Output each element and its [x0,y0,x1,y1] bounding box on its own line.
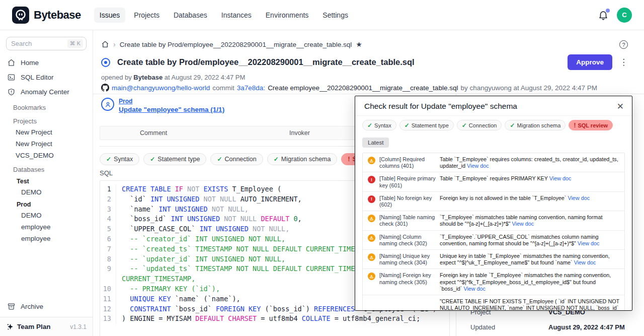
latest-button[interactable]: Latest [362,138,389,148]
issue-meta-panel: ProjectVCS_DEMOUpdatedAugust 29, 2022 4:… [470,308,625,336]
check-description: Unique key in table `T_Employee` mismatc… [440,252,619,266]
breadcrumb: › Create table by Prod/employee__2022082… [101,40,362,48]
commit-label: commit [212,84,234,92]
check-pass-icon: ✓ [217,156,222,163]
database-item-demo[interactable]: DEMO [0,186,93,198]
left-sidebar: ⌘ K HomeSQL EditorAnomaly Center Bookmar… [0,30,93,336]
search-shortcut-badge: ⌘ K [67,39,83,48]
view-doc-link[interactable]: View doc [549,175,572,181]
nav-item-databases[interactable]: Databases [168,8,213,23]
check-rule-name: [Column] Required columns (401) [379,156,436,169]
check-pill-sql-review[interactable]: !SQL review [569,120,613,130]
environment-label-prod: Prod [0,198,93,210]
notification-bell-icon[interactable] [598,10,609,21]
check-row: ⚠[Naming] Unique key naming check (304)U… [363,249,624,268]
check-rule-name: [Naming] Unique key naming check (304) [379,252,436,266]
warning-icon: ⚠ [368,234,375,242]
projects-list: New ProjectNew ProjectVCS_DEMO [0,126,93,161]
check-pass-icon: ✓ [274,156,279,163]
check-result-modal: Check result for Update "employee" schem… [355,96,632,311]
search-input[interactable] [11,40,67,47]
view-doc-link[interactable]: View doc [467,163,489,169]
check-pass-icon: ✓ [405,122,410,129]
database-item-demo[interactable]: DEMO [0,210,93,221]
home-breadcrumb-icon[interactable] [101,40,109,48]
database-item-employee[interactable]: employee [0,221,93,233]
github-icon [101,84,109,92]
commit-hash-link[interactable]: 3a7e8da: [237,84,265,92]
bookmark-star-icon[interactable]: ★ [356,40,362,48]
warning-icon: ⚠ [368,253,375,261]
check-pill-connection[interactable]: ✓Connection [457,120,502,130]
check-pill-statement-type[interactable]: ✓Statement type [143,153,206,165]
databases-heading: Databases [0,161,93,175]
check-row: "CREATE TABLE IF NOT EXISTS T_Employee (… [363,295,624,311]
main-nav: IssuesProjectsDatabasesInstancesEnvironm… [94,8,354,23]
check-pill-migration-schema[interactable]: ✓Migration schema [505,120,566,130]
nav-item-projects[interactable]: Projects [128,8,165,23]
more-actions-icon[interactable]: ⋮ [619,60,628,65]
line-number: 9 [100,264,116,284]
view-doc-link[interactable]: View doc [574,259,596,265]
search-box: ⌘ K [6,37,87,50]
project-item-new-project[interactable]: New Project [0,138,93,150]
user-avatar[interactable]: C [617,8,632,23]
bookmarks-heading: Bookmarks [0,99,93,113]
environment-label-test: Test [0,175,93,186]
check-description: `T_Employee` mismatches table naming con… [440,214,619,227]
stage-environment-link[interactable]: Prod [119,98,224,105]
sidebar-item-sql-editor[interactable]: SQL Editor [0,70,93,85]
close-icon[interactable]: ✕ [617,102,624,111]
comment-column-header: Comment [100,129,207,137]
issue-title: Create table by Prod/employee__202208290… [117,57,415,67]
check-fail-icon: ! [348,156,350,163]
project-item-new-project[interactable]: New Project [0,126,93,138]
nav-item-issues[interactable]: Issues [94,8,125,23]
check-pill-label: Connection [469,122,497,128]
meta-row: UpdatedAugust 29, 2022 4:47 PM [470,323,625,331]
check-pill-label: Migration schema [281,156,331,163]
line-number: 13 [100,314,116,324]
bytebase-logo-icon [12,7,29,24]
anomaly-center-icon [7,88,16,96]
projects-heading: Projects [0,113,93,126]
breadcrumb-title: Create table by Prod/employee__202208290… [120,41,352,48]
bytebase-logo[interactable]: Bytebase [12,7,81,24]
check-pill-syntax[interactable]: ✓Syntax [362,120,396,130]
stage-task-link[interactable]: Update "employee" schema (1/1) [119,106,224,113]
check-pill-syntax[interactable]: ✓Syntax [100,153,139,165]
view-doc-link[interactable]: View doc [463,286,486,292]
issue-opened-line: opened by Bytebase at August 29, 2022 4:… [101,74,245,81]
line-number: 5 [100,224,116,234]
nav-item-environments[interactable]: Environments [260,8,314,23]
help-icon[interactable]: ? [619,40,628,49]
view-doc-link[interactable]: View doc [512,221,534,227]
view-doc-link[interactable]: View doc [568,195,590,201]
check-pill-statement-type[interactable]: ✓Statement type [399,120,454,130]
commit-branch-link[interactable]: main@changyuwong/hello-world [112,84,210,92]
check-pill-connection[interactable]: ✓Connection [210,153,263,165]
database-item-employee[interactable]: employee [0,233,93,244]
sidebar-item-home[interactable]: Home [0,55,93,70]
project-item-vcs-demo[interactable]: VCS_DEMO [0,150,93,161]
check-description: Table `T_Employee` requires PRIMARY KEY … [440,175,619,182]
error-icon: ! [368,195,375,203]
sidebar-item-archive[interactable]: Archive [0,299,93,314]
plan-row[interactable]: Team Plan v1.3.1 [0,317,93,336]
sidebar-item-anomaly-center[interactable]: Anomaly Center [0,85,93,99]
approve-button[interactable]: Approve [568,54,612,70]
nav-item-instances[interactable]: Instances [216,8,257,23]
archive-label: Archive [21,303,43,310]
check-rule-name [379,298,436,298]
view-doc-link[interactable]: View doc [578,240,600,246]
line-number: 4 [100,214,116,224]
check-row: ![Table] No foreign key (602)Foreign key… [363,191,624,211]
vcs-commit-line: main@changyuwong/hello-world commit 3a7e… [101,84,597,92]
check-description: Foreign key is not allowed in the table … [440,194,619,201]
warning-icon: ⚠ [368,215,375,222]
brand-name: Bytebase [34,9,81,22]
check-description: Foreign key in table `T_Employee` mismat… [440,272,619,292]
check-pill-migration-schema[interactable]: ✓Migration schema [267,153,338,165]
issue-title-row: Create table by Prod/employee__202208290… [101,54,628,70]
nav-item-settings[interactable]: Settings [317,8,354,23]
